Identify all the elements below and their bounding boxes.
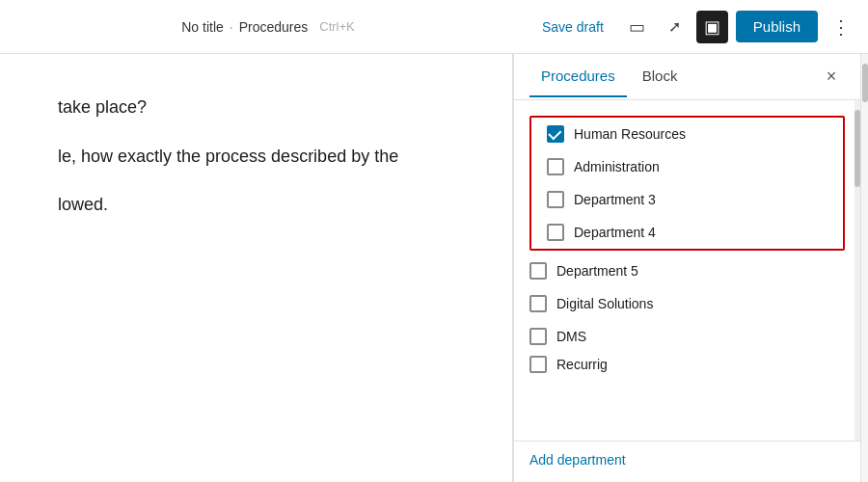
checkbox-label-department-5: Department 5 xyxy=(556,263,638,279)
more-icon: ⋮ xyxy=(831,16,851,38)
checkbox-administration[interactable] xyxy=(547,158,564,175)
highlighted-checkbox-group: Human Resources Administration Departmen… xyxy=(529,116,845,251)
list-item[interactable]: Digital Solutions xyxy=(514,287,860,320)
panel-close-button[interactable]: × xyxy=(818,64,845,91)
list-item[interactable]: Recurrig xyxy=(514,353,860,376)
tab-block[interactable]: Block xyxy=(631,56,690,97)
main-area: take place? le, how exactly the process … xyxy=(0,54,868,482)
view-mode-button[interactable]: ▭ xyxy=(621,11,653,43)
checkbox-department-5[interactable] xyxy=(529,262,547,280)
list-item[interactable]: Human Resources xyxy=(531,118,843,150)
panel-content: Human Resources Administration Departmen… xyxy=(514,100,860,441)
list-item[interactable]: DMS xyxy=(514,320,860,353)
topbar: No title · Procedures Ctrl+K Save draft … xyxy=(0,0,868,54)
editor-line-3: lowed. xyxy=(58,190,454,220)
checkbox-label-dms: DMS xyxy=(556,329,586,344)
more-options-button[interactable]: ⋮ xyxy=(826,12,856,42)
main-scrollbar[interactable] xyxy=(860,54,868,482)
list-item[interactable]: Administration xyxy=(531,150,843,183)
list-item[interactable]: Department 4 xyxy=(531,216,843,249)
main-scrollbar-thumb[interactable] xyxy=(862,64,868,102)
checkbox-dms[interactable] xyxy=(529,328,547,345)
checkbox-digital-solutions[interactable] xyxy=(529,295,547,312)
doc-title: No title xyxy=(181,19,224,35)
editor-area: take place? le, how exactly the process … xyxy=(0,54,513,482)
keyboard-shortcut: Ctrl+K xyxy=(319,19,354,34)
list-item[interactable]: Department 3 xyxy=(531,183,843,216)
panel-icon: ▣ xyxy=(704,16,720,38)
editor-line-2: le, how exactly the process described by… xyxy=(58,142,454,172)
fullscreen-icon: ➚ xyxy=(668,17,681,36)
checkbox-label-human-resources: Human Resources xyxy=(574,126,686,142)
checkbox-label-recurrig: Recurrig xyxy=(556,357,608,372)
panel-scrollbar-thumb[interactable] xyxy=(854,110,860,187)
checkbox-label-department-3: Department 3 xyxy=(574,192,656,207)
checkbox-human-resources[interactable] xyxy=(547,125,564,143)
checkbox-label-department-4: Department 4 xyxy=(574,225,656,240)
checkbox-department-4[interactable] xyxy=(547,224,564,241)
save-draft-button[interactable]: Save draft xyxy=(532,13,613,40)
panel-scrollbar[interactable] xyxy=(854,100,860,441)
checkbox-recurrig[interactable] xyxy=(529,356,547,373)
add-department-link[interactable]: Add department xyxy=(529,452,626,468)
checkbox-label-digital-solutions: Digital Solutions xyxy=(556,296,653,311)
editor-line-1: take place? xyxy=(58,93,454,122)
view-icon: ▭ xyxy=(629,16,645,38)
checkbox-department-3[interactable] xyxy=(547,191,564,208)
add-department-section: Add department xyxy=(514,441,860,482)
checkbox-label-administration: Administration xyxy=(574,159,660,174)
title-separator: · xyxy=(230,19,233,35)
sidebar-panel: Procedures Block × Human Resources Admin… xyxy=(513,54,860,482)
publish-button[interactable]: Publish xyxy=(736,11,818,42)
panel-tabs: Procedures Block × xyxy=(514,54,860,100)
editor-content: take place? le, how exactly the process … xyxy=(58,93,454,220)
tab-procedures[interactable]: Procedures xyxy=(529,56,627,97)
list-item[interactable]: Department 5 xyxy=(514,254,860,287)
doc-type: Procedures xyxy=(239,19,309,35)
fullscreen-button[interactable]: ➚ xyxy=(661,12,689,41)
panel-toggle-button[interactable]: ▣ xyxy=(696,11,728,43)
